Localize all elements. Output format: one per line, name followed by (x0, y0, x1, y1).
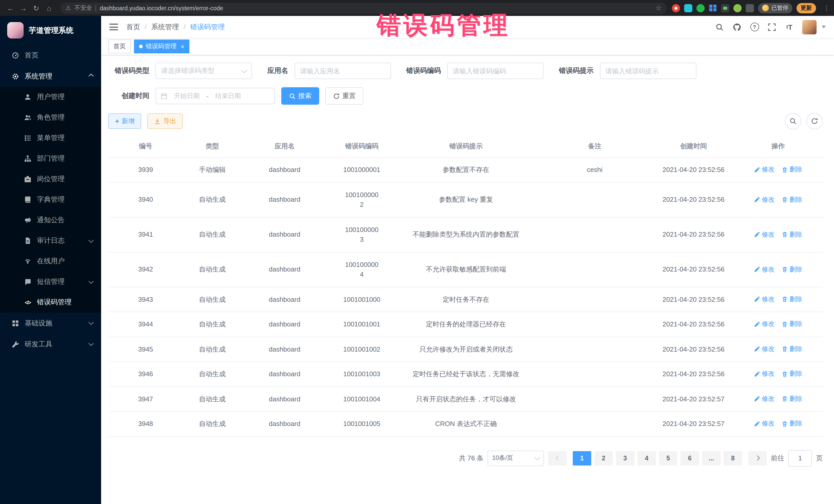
delete-link[interactable]: 删除 (782, 394, 802, 404)
search-button[interactable]: 搜索 (281, 87, 319, 105)
help-icon[interactable]: ? (750, 22, 759, 31)
bookmark-star-icon[interactable]: ☆ (656, 4, 662, 12)
green-check-icon[interactable] (697, 4, 705, 12)
sidebar-item-audit[interactable]: 审计日志 (0, 231, 101, 251)
chevron-down-icon[interactable] (822, 26, 826, 28)
puzzle-icon[interactable] (746, 4, 754, 12)
pager-ellipsis[interactable]: ... (702, 451, 721, 465)
delete-link[interactable]: 删除 (782, 195, 802, 204)
browser-menu-icon[interactable]: ⋮ (823, 4, 830, 12)
sidebar-item-dict[interactable]: 字典管理 (0, 190, 101, 210)
page-button-2[interactable]: 2 (594, 451, 613, 465)
col-code: 错误码编码 (327, 135, 396, 157)
profile-paused-badge[interactable]: 已暂停 (758, 3, 792, 13)
delete-link[interactable]: 删除 (782, 320, 802, 329)
sidebar-item-menu[interactable]: 菜单管理 (0, 128, 101, 148)
edit-link[interactable]: 修改 (754, 165, 774, 175)
sidebar-item-errcode[interactable]: </>错误码管理 (0, 292, 101, 312)
forward-icon[interactable]: → (17, 4, 30, 12)
search-icon[interactable] (715, 22, 724, 31)
edit-link[interactable]: 修改 (754, 320, 774, 329)
edit-link[interactable]: 修改 (754, 394, 774, 404)
close-icon[interactable]: × (181, 43, 184, 49)
edit-link[interactable]: 修改 (754, 265, 774, 274)
edit-link[interactable]: 修改 (754, 195, 774, 204)
app-logo[interactable]: 芋道管理系统 (0, 16, 101, 45)
export-button[interactable]: 导出 (147, 113, 183, 129)
breadcrumb-home[interactable]: 首页 (126, 22, 140, 31)
tab-home[interactable]: 首页 (108, 40, 131, 53)
page-button-1[interactable]: 1 (573, 451, 591, 465)
delete-link[interactable]: 删除 (782, 294, 802, 304)
dashboard-icon (11, 51, 20, 59)
home-icon[interactable]: ⌂ (43, 4, 56, 12)
page-button-8[interactable]: 8 (724, 451, 742, 465)
breadcrumb-separator: / (145, 23, 147, 31)
switch-on-icon[interactable] (721, 4, 729, 12)
delete-link[interactable]: 删除 (782, 265, 802, 274)
page-button-6[interactable]: 6 (681, 451, 699, 465)
sidebar-item-online[interactable]: 在线用户 (0, 251, 101, 271)
page-button-3[interactable]: 3 (616, 451, 634, 465)
sidebar-item-home[interactable]: 首页 (0, 45, 101, 66)
edit-link[interactable]: 修改 (754, 344, 774, 354)
edit-link[interactable]: 修改 (754, 419, 774, 429)
sidebar-item-dept[interactable]: 部门管理 (0, 148, 101, 169)
sidebar-item-tools[interactable]: 研发工具 (0, 334, 101, 355)
sidebar-item-sms[interactable]: 短信管理 (0, 271, 101, 292)
end-date-input[interactable] (211, 92, 246, 100)
error-type-select[interactable]: 请选择错误码类型 (155, 63, 252, 79)
goto-page-input[interactable] (788, 450, 812, 466)
leaf-extension-icon[interactable] (733, 4, 742, 12)
github-icon[interactable] (732, 22, 742, 31)
error-hint-input[interactable] (600, 63, 696, 79)
fullscreen-icon[interactable] (767, 22, 776, 31)
reset-button[interactable]: 重置 (325, 87, 364, 105)
app-name-input[interactable] (294, 63, 391, 79)
show-search-button[interactable] (785, 113, 801, 129)
hamburger-icon[interactable] (109, 24, 118, 30)
edit-link[interactable]: 修改 (754, 230, 774, 239)
sidebar-item-infra[interactable]: 基础设施 (0, 312, 101, 334)
next-page-button[interactable] (748, 451, 767, 465)
back-icon[interactable]: ← (4, 4, 17, 12)
refresh-table-button[interactable] (806, 113, 823, 129)
prev-page-button[interactable] (548, 451, 567, 465)
page-size-select[interactable]: 10条/页 (487, 451, 544, 466)
font-size-icon[interactable]: tT (785, 22, 794, 31)
page-button-5[interactable]: 5 (659, 451, 678, 465)
wrench-icon (11, 340, 20, 348)
filter-hint: 错误码提示 (559, 63, 696, 79)
cell-time: 2021-04-20 23:52:56 (653, 217, 734, 252)
sidebar: 芋道管理系统 首页系统管理用户管理角色管理菜单管理部门管理岗位管理字典管理通知公… (0, 16, 101, 504)
tab-error-code[interactable]: 错误码管理 × (134, 40, 190, 53)
sidebar-item-system[interactable]: 系统管理 (0, 66, 101, 87)
edit-link[interactable]: 修改 (754, 294, 774, 304)
sidebar-item-notice[interactable]: 通知公告 (0, 210, 101, 231)
range-separator: - (206, 92, 208, 100)
page-button-4[interactable]: 4 (637, 451, 656, 465)
reload-icon[interactable]: ↻ (30, 4, 43, 12)
teal-extension-icon[interactable] (684, 4, 692, 12)
delete-link[interactable]: 删除 (782, 165, 802, 175)
breadcrumb-system[interactable]: 系统管理 (151, 22, 179, 31)
update-button[interactable]: 更新 (796, 3, 816, 13)
sidebar-item-user[interactable]: 用户管理 (0, 87, 101, 107)
edit-link[interactable]: 修改 (754, 369, 774, 379)
delete-link[interactable]: 删除 (782, 419, 802, 429)
error-code-input[interactable] (447, 63, 544, 79)
cell-code: 1001000003 (327, 217, 396, 252)
date-range-picker[interactable]: - (155, 88, 275, 104)
delete-link[interactable]: 删除 (782, 369, 802, 379)
add-button[interactable]: + 新增 (108, 113, 141, 129)
delete-link[interactable]: 删除 (782, 344, 802, 354)
red-record-icon[interactable] (672, 4, 680, 12)
avatar[interactable] (802, 20, 816, 34)
blue-grid-icon[interactable] (709, 4, 717, 12)
delete-link[interactable]: 删除 (782, 230, 802, 239)
sidebar-item-post[interactable]: 岗位管理 (0, 169, 101, 190)
sidebar-item-role[interactable]: 角色管理 (0, 107, 101, 128)
filter-form-row-1: 错误码类型 请选择错误码类型 应用名 错误码编码 (108, 63, 823, 79)
start-date-input[interactable] (169, 92, 204, 100)
address-bar[interactable]: ⚠ 不安全 dashboard.yudao.iocoder.cn/system/… (61, 2, 667, 14)
